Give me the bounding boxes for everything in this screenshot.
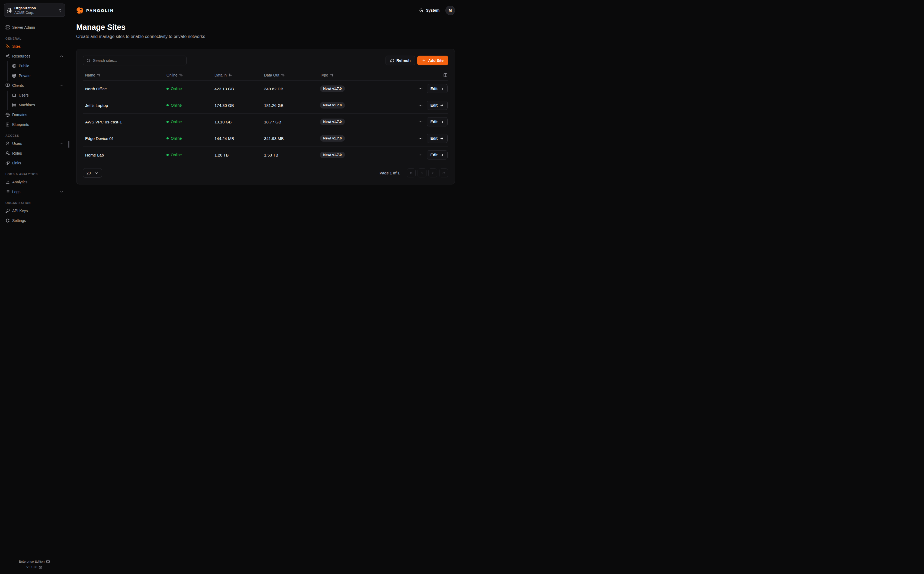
share-icon <box>5 54 10 58</box>
edit-button[interactable]: Edit <box>427 134 448 143</box>
resources-subgroup: Public Private <box>7 61 65 81</box>
row-menu-button[interactable] <box>418 103 423 108</box>
site-status: Online <box>167 120 214 124</box>
site-status: Online <box>167 103 214 107</box>
sidebar-item-client-users[interactable]: Users <box>10 91 65 100</box>
prev-page-button[interactable] <box>418 169 426 177</box>
sort-icon <box>229 73 232 77</box>
site-status: Online <box>167 153 214 157</box>
column-header-online[interactable]: Online <box>167 73 214 77</box>
laptop-icon <box>12 93 16 98</box>
server-icon <box>12 103 16 107</box>
next-page-button[interactable] <box>428 169 437 177</box>
site-data-out: 181.26 GB <box>264 103 320 108</box>
page-size-select[interactable]: 20 <box>83 168 102 178</box>
sidebar-item-links[interactable]: Links <box>4 158 65 168</box>
building-icon <box>7 8 12 13</box>
sidebar-item-sites[interactable]: Sites <box>4 42 65 51</box>
brand: PANGOLIN <box>76 7 114 14</box>
page-subtitle: Create and manage sites to enable connec… <box>76 34 455 39</box>
ellipsis-icon <box>418 153 423 157</box>
theme-toggle[interactable]: System <box>419 8 440 13</box>
receipt-icon <box>5 122 10 127</box>
edit-button[interactable]: Edit <box>427 84 448 93</box>
sidebar-item-roles[interactable]: Roles <box>4 149 65 158</box>
clients-subgroup: Users Machines <box>7 91 65 110</box>
sidebar-item-clients[interactable]: Clients <box>4 81 65 90</box>
table-row: North Office Online 423.13 GB 349.62 DB … <box>83 80 448 97</box>
ellipsis-icon <box>418 136 423 141</box>
sidebar-item-analytics[interactable]: Analytics <box>4 177 65 187</box>
globe-icon <box>5 113 10 117</box>
row-menu-button[interactable] <box>418 153 423 157</box>
column-header-data-out[interactable]: Data Out <box>264 73 320 77</box>
top-actions: System M <box>419 6 455 15</box>
site-data-out: 349.62 DB <box>264 87 320 91</box>
arrow-right-icon <box>440 120 444 124</box>
add-site-button[interactable]: Add Site <box>417 55 448 65</box>
topbar: PANGOLIN System M <box>69 0 462 20</box>
chevrons-right-icon <box>442 171 446 175</box>
table-row: Jeff's Laptop Online 174.30 GB 181.26 GB… <box>83 97 448 114</box>
user-avatar[interactable]: M <box>445 6 455 15</box>
sidebar-item-private[interactable]: Private <box>10 71 65 80</box>
organization-switcher[interactable]: Organization ACME Corp. <box>4 3 65 17</box>
sidebar-item-machines[interactable]: Machines <box>10 100 65 110</box>
workflow-icon <box>5 44 10 49</box>
last-page-button[interactable] <box>439 169 448 177</box>
search-input[interactable] <box>93 58 183 63</box>
chevron-up-icon <box>60 84 63 87</box>
section-organization: ORGANIZATION <box>4 201 65 205</box>
sidebar-item-api-keys[interactable]: API Keys <box>4 206 65 215</box>
online-dot <box>167 104 169 106</box>
chevron-left-icon <box>420 171 424 175</box>
site-data-in: 13.10 GB <box>214 120 264 124</box>
arrow-right-icon <box>440 103 444 107</box>
pagination: 20 Page 1 of 1 <box>83 168 448 178</box>
site-data-out: 1.53 TB <box>264 153 320 157</box>
table-row: Home Lab Online 1.20 TB 1.53 TB Newt v1.… <box>83 147 448 163</box>
sort-icon <box>281 73 285 77</box>
site-data-out: 18.77 GB <box>264 120 320 124</box>
sidebar-item-settings[interactable]: Settings <box>4 216 65 225</box>
site-name: North Office <box>83 87 167 91</box>
sidebar-resize-handle[interactable] <box>68 141 69 148</box>
first-page-button[interactable] <box>407 169 416 177</box>
edit-button[interactable]: Edit <box>427 101 448 110</box>
edit-button[interactable]: Edit <box>427 150 448 159</box>
refresh-button[interactable]: Refresh <box>385 55 415 65</box>
online-dot <box>167 88 169 90</box>
ellipsis-icon <box>418 86 423 91</box>
arrow-right-icon <box>440 136 444 140</box>
plus-icon <box>422 58 426 63</box>
column-toggle-button[interactable] <box>443 73 448 77</box>
site-name: AWS VPC us-east-1 <box>83 120 167 124</box>
column-header-data-in[interactable]: Data In <box>214 73 264 77</box>
column-header-name[interactable]: Name <box>83 73 167 77</box>
page-title: Manage Sites <box>76 23 455 32</box>
server-icon <box>5 25 10 30</box>
chevron-down-icon <box>94 171 98 175</box>
row-menu-button[interactable] <box>418 86 423 91</box>
sidebar: Organization ACME Corp. Server Admin GEN… <box>0 0 69 287</box>
sidebar-item-logs[interactable]: Logs <box>4 187 65 196</box>
row-menu-button[interactable] <box>418 119 423 124</box>
row-menu-button[interactable] <box>418 136 423 141</box>
edit-button[interactable]: Edit <box>427 117 448 126</box>
site-data-in: 423.13 GB <box>214 87 264 91</box>
sidebar-item-resources[interactable]: Resources <box>4 52 65 61</box>
sidebar-item-public[interactable]: Public <box>10 61 65 71</box>
sidebar-item-domains[interactable]: Domains <box>4 110 65 119</box>
sidebar-item-users[interactable]: Users <box>4 139 65 148</box>
globe-icon <box>12 64 16 68</box>
site-data-out: 341.93 MB <box>264 136 320 141</box>
site-data-in: 174.30 GB <box>214 103 264 108</box>
sidebar-item-blueprints[interactable]: Blueprints <box>4 120 65 129</box>
column-header-type[interactable]: Type <box>320 73 413 77</box>
table-row: AWS VPC us-east-1 Online 13.10 GB 18.77 … <box>83 114 448 130</box>
org-label: Organization <box>14 6 56 10</box>
chevron-up-icon <box>60 54 63 58</box>
site-status: Online <box>167 87 214 91</box>
sidebar-item-server-admin[interactable]: Server Admin <box>4 23 65 32</box>
search-box <box>83 55 187 65</box>
